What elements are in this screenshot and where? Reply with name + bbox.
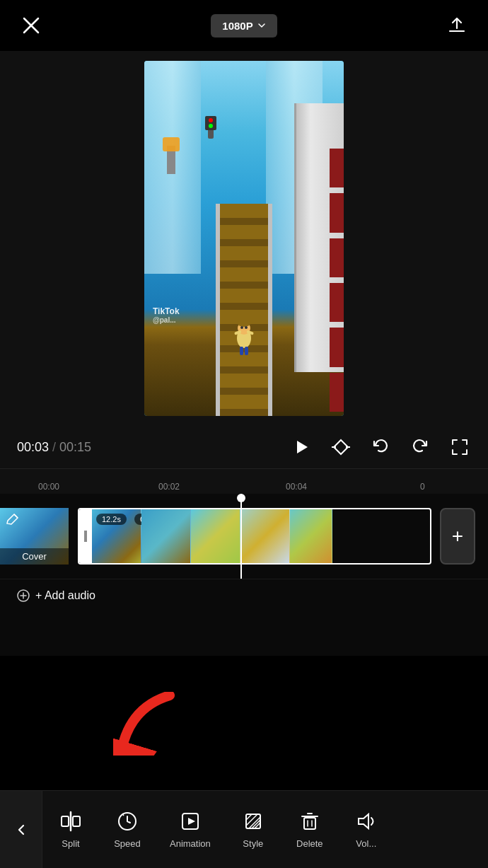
resolution-label: 1080P <box>222 20 252 32</box>
header: 1080P <box>0 0 488 51</box>
stripe <box>330 149 344 187</box>
track-frame-4 <box>240 509 290 563</box>
red-arrow-overlay <box>113 692 184 758</box>
ruler-label-2: 00:04 <box>286 482 307 492</box>
track-duration-badge: 12.2s <box>96 514 127 525</box>
add-track-button[interactable]: + <box>440 508 475 565</box>
track-frame-3 <box>191 509 240 563</box>
style-label: Style <box>243 838 263 849</box>
volume-icon <box>355 810 378 833</box>
lantern <box>163 137 180 151</box>
red-light <box>209 118 213 122</box>
track-frame-5 <box>290 509 332 563</box>
ruler-label-0: 00:00 <box>38 482 59 492</box>
animation-label: Animation <box>170 838 211 849</box>
toolbar-item-style[interactable]: Style <box>225 791 281 868</box>
redo-button[interactable] <box>409 436 431 458</box>
delete-label: Delete <box>296 838 323 849</box>
current-time: 00:03 <box>17 440 49 454</box>
split-icon <box>59 810 82 833</box>
total-time: 00:15 <box>59 440 91 454</box>
volume-label: Vol... <box>356 838 376 849</box>
video-track[interactable]: 12.2s 1.4x <box>78 508 431 565</box>
ruler-mark-0: 00:00 <box>38 482 59 492</box>
character <box>230 317 258 359</box>
toolbar-back-button[interactable] <box>0 791 42 868</box>
svg-rect-24 <box>73 816 80 826</box>
play-button[interactable] <box>290 436 313 458</box>
timeline-area[interactable]: Cover 12.2s 1.4x + <box>0 494 488 579</box>
export-button[interactable] <box>443 11 471 40</box>
green-light <box>209 124 213 128</box>
split-label: Split <box>62 838 79 849</box>
add-audio-label: + Add audio <box>35 589 95 602</box>
speed-icon <box>116 810 139 833</box>
time-display: 00:03 / 00:15 <box>17 440 91 455</box>
svg-point-4 <box>238 320 250 327</box>
rail-left <box>216 204 220 416</box>
toolbar-item-split[interactable]: Split <box>42 791 99 868</box>
add-audio-row: + Add audio <box>0 579 488 612</box>
svg-marker-28 <box>188 818 195 825</box>
track-sleepers <box>216 204 272 416</box>
keyframe-button[interactable] <box>330 436 352 458</box>
track-frame-1: 12.2s 1.4x <box>92 509 141 563</box>
svg-point-5 <box>240 326 243 329</box>
player-controls: 00:03 / 00:15 <box>0 426 488 468</box>
toolbar-item-speed[interactable]: Speed <box>99 791 156 868</box>
svg-rect-7 <box>240 347 243 355</box>
toolbar-item-animation[interactable]: Animation <box>156 791 225 868</box>
ruler-label-3: 0 <box>420 482 425 492</box>
speed-label: Speed <box>114 838 141 849</box>
style-icon <box>242 810 265 833</box>
cover-edit-icon <box>6 514 18 529</box>
svg-marker-11 <box>297 441 308 453</box>
delete-icon <box>298 810 321 833</box>
toolbar-items: Split Speed Animation <box>42 791 488 868</box>
toolbar-item-volume[interactable]: Vol... <box>338 791 395 868</box>
bottom-toolbar: Split Speed Animation <box>0 790 488 868</box>
video-preview-area: TikTok @pal... <box>0 51 488 426</box>
fullscreen-button[interactable] <box>448 436 471 458</box>
undo-button[interactable] <box>369 436 392 458</box>
track-handle-left[interactable] <box>79 509 92 563</box>
spacer <box>0 612 488 656</box>
video-preview: TikTok @pal... <box>144 61 344 416</box>
resolution-button[interactable]: 1080P <box>211 14 277 37</box>
svg-point-6 <box>245 326 248 329</box>
track-frames: 12.2s 1.4x <box>92 509 332 563</box>
ruler-label-1: 00:02 <box>158 482 180 492</box>
track-frame-2 <box>141 509 191 563</box>
svg-rect-8 <box>245 347 248 355</box>
playhead[interactable] <box>240 494 242 579</box>
traffic-light <box>205 116 216 130</box>
time-separator: / <box>52 440 59 454</box>
animation-icon <box>179 810 202 833</box>
playback-controls <box>290 436 471 458</box>
close-button[interactable] <box>17 11 45 40</box>
timeline-ruler: 00:00 00:02 00:04 0 <box>0 468 488 494</box>
tiktok-watermark: TikTok @pal... <box>153 306 180 324</box>
add-track-icon: + <box>452 525 463 548</box>
toolbar-item-delete[interactable]: Delete <box>281 791 338 868</box>
cover-label: Cover <box>0 548 69 565</box>
cover-track[interactable]: Cover <box>0 508 69 565</box>
add-audio-button[interactable]: + Add audio <box>17 589 95 602</box>
rail-right <box>268 204 272 416</box>
svg-rect-30 <box>304 818 315 829</box>
svg-marker-35 <box>359 814 368 828</box>
svg-rect-23 <box>62 816 69 826</box>
